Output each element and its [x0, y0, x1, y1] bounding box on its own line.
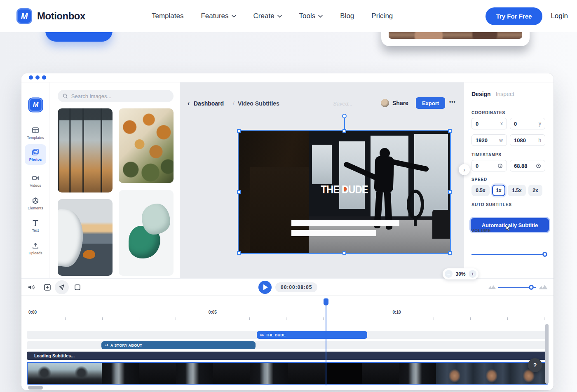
nav-link-blog[interactable]: Blog	[340, 12, 354, 20]
sidebar-item-templates[interactable]: Templates	[21, 126, 49, 140]
search-input[interactable]	[71, 93, 169, 99]
inspector-panel: Design Inspect COORDINATES 0x 0y 1920w 1…	[464, 82, 554, 278]
clock-icon	[536, 163, 541, 169]
resize-handle-e[interactable]	[448, 190, 452, 194]
zoom-in-button[interactable]: +	[469, 270, 476, 278]
mute-button[interactable]	[27, 283, 35, 291]
breadcrumb-separator: /	[233, 100, 235, 106]
login-link[interactable]: Login	[551, 12, 568, 20]
resize-handle-nw[interactable]	[237, 129, 241, 133]
volume-slider[interactable]	[471, 252, 547, 257]
x-coordinate-field[interactable]: 0x	[471, 118, 507, 129]
playhead-line	[326, 301, 326, 385]
resize-handle-se[interactable]	[448, 251, 452, 255]
more-options-button[interactable]: •••	[449, 99, 456, 105]
sidebar-item-videos[interactable]: Videos	[21, 174, 49, 188]
photo-thumbnail-hallway[interactable]	[58, 108, 113, 192]
ruler-label: 0:10	[392, 310, 401, 315]
resize-handle-s[interactable]	[342, 251, 346, 255]
subtitle-placeholder-bar[interactable]	[291, 230, 376, 236]
nav-link-templates[interactable]: Templates	[152, 12, 183, 20]
ruler-tick	[65, 317, 66, 320]
avatar[interactable]	[381, 99, 389, 107]
help-button[interactable]: ?	[528, 358, 542, 372]
resize-handle-n[interactable]	[342, 129, 346, 133]
timeline-ruler[interactable]: 0:000:050:10	[21, 310, 554, 321]
volume-heading: VOLUME	[471, 228, 491, 233]
horizontal-scrollbar[interactable]	[28, 386, 43, 390]
height-field[interactable]: 1080h	[510, 134, 545, 146]
clip-a-story-about[interactable]: aA A STORY ABOUT	[101, 341, 256, 349]
tab-design[interactable]: Design	[471, 91, 491, 97]
ruler-label: 0:00	[28, 310, 37, 315]
photo-thumbnail-clothes[interactable]	[119, 190, 174, 276]
breadcrumb-dashboard[interactable]: Dashboard	[194, 100, 224, 107]
try-for-free-button[interactable]: Try For Free	[486, 7, 543, 25]
speed-option-0.5x[interactable]: 0.5x	[471, 185, 490, 196]
rotation-handle[interactable]	[342, 114, 347, 118]
window-control-dot[interactable]	[35, 75, 40, 80]
speed-option-2x[interactable]: 2x	[528, 185, 542, 196]
speed-option-1.5x[interactable]: 1.5x	[508, 185, 526, 196]
nav-links: Templates Features Create Tools Blog Pri…	[152, 0, 393, 32]
filmstrip-frame	[65, 363, 102, 384]
filmstrip-frame	[213, 363, 250, 384]
vertical-scrollbar[interactable]	[545, 324, 549, 384]
resize-handle-w[interactable]	[237, 190, 241, 194]
nav-link-features[interactable]: Features	[201, 12, 236, 20]
window-control-dot[interactable]	[29, 75, 33, 80]
filmstrip-track[interactable]	[27, 362, 548, 385]
width-field[interactable]: 1920w	[471, 134, 507, 146]
speed-option-1x[interactable]: 1x	[492, 185, 505, 196]
editor-window: M Templates Photos Videos Elements Text	[21, 73, 554, 390]
share-button[interactable]: Share	[392, 100, 408, 106]
zoom-out-button[interactable]: −	[445, 270, 453, 278]
scene-window-pane	[339, 141, 365, 209]
subtitles-track[interactable]: Loading Subtitles...	[27, 352, 548, 360]
pointer-tool-button[interactable]	[58, 283, 66, 291]
timestamp-start-field[interactable]: 0	[471, 160, 507, 171]
video-title-text[interactable]: THE DUDE	[251, 183, 437, 196]
sidebar-item-elements[interactable]: Elements	[21, 197, 49, 210]
nav-link-tools[interactable]: Tools	[299, 12, 323, 20]
tab-inspect[interactable]: Inspect	[496, 91, 514, 97]
video-canvas[interactable]: THE DUDE	[239, 131, 450, 253]
clip-the-dude[interactable]: aA THE DUDE	[257, 331, 367, 339]
window-control-dot[interactable]	[42, 75, 46, 80]
filmstrip-frame	[250, 363, 287, 384]
editor-sidebar: M Templates Photos Videos Elements Text	[21, 82, 49, 278]
volume-slider-handle[interactable]	[542, 252, 547, 257]
nav-link-pricing[interactable]: Pricing	[371, 12, 393, 20]
resize-handle-sw[interactable]	[237, 251, 241, 255]
export-button[interactable]: Export	[416, 97, 445, 109]
zoom-out-mountains-icon[interactable]	[488, 284, 496, 289]
photo-thumbnail-leaves[interactable]	[119, 108, 174, 183]
motionbox-logo-icon[interactable]: M	[29, 98, 42, 112]
chevron-down-icon	[232, 15, 236, 18]
back-chevron-icon[interactable]: ‹	[188, 100, 190, 107]
add-button[interactable]	[43, 283, 52, 291]
sidebar-item-photos[interactable]: Photos	[25, 144, 46, 165]
resize-handle-ne[interactable]	[448, 129, 452, 133]
ruler-label: 0:05	[209, 310, 217, 315]
brand[interactable]: M Motionbox	[16, 8, 85, 24]
ruler-tick	[544, 317, 544, 320]
subtitle-placeholder-bar[interactable]	[291, 220, 399, 226]
play-button[interactable]	[258, 281, 272, 294]
search-icon	[63, 93, 68, 99]
navbar: M Motionbox Templates Features Create To…	[0, 0, 577, 32]
timeline-zoom-handle[interactable]	[529, 285, 534, 290]
y-coordinate-field[interactable]: 0y	[510, 118, 545, 129]
sidebar-item-uploads[interactable]: Uploads	[21, 242, 49, 255]
sidebar-item-text[interactable]: Text	[21, 219, 49, 232]
auto-subtitles-heading: AUTO SUBTITLES	[471, 202, 512, 207]
photo-thumbnail-car-road[interactable]	[58, 199, 113, 276]
zoom-in-mountains-icon[interactable]	[538, 284, 548, 290]
filmstrip-frame	[176, 363, 213, 384]
timeline-zoom-slider[interactable]	[498, 285, 536, 290]
timestamps-heading: TIMESTAMPS	[471, 153, 502, 157]
stop-button[interactable]	[73, 283, 82, 291]
nav-link-create[interactable]: Create	[253, 12, 282, 20]
panel-collapse-button[interactable]: ›	[459, 164, 470, 175]
timestamp-end-field[interactable]: 68.88	[510, 160, 545, 171]
